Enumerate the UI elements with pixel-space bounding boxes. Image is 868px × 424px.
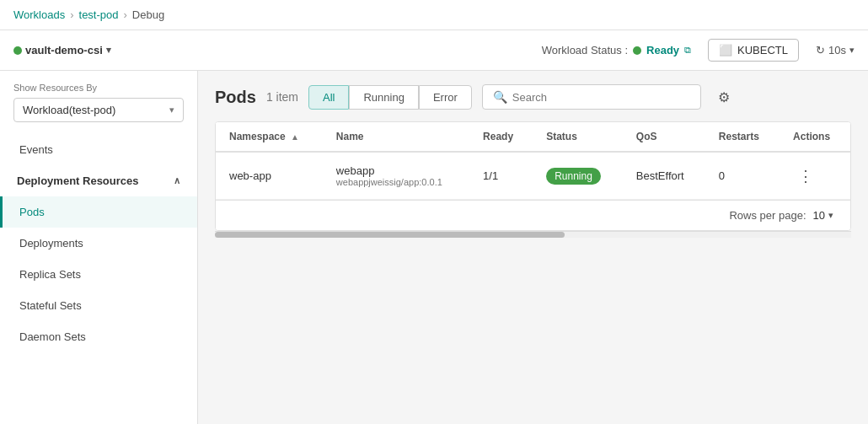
refresh-icon: ↻ bbox=[816, 44, 825, 56]
sidebar-item-daemon-sets-label: Daemon Sets bbox=[19, 330, 86, 343]
main-content: Pods 1 item All Running Error 🔍 ⚙ bbox=[198, 71, 868, 424]
app-selector[interactable]: vault-demo-csi ▾ bbox=[13, 44, 111, 56]
sidebar-item-events[interactable]: Events bbox=[0, 134, 197, 165]
sidebar-section-chevron-icon: ∧ bbox=[174, 175, 180, 186]
filter-select-value: Workload(test-pod) bbox=[23, 104, 115, 116]
sidebar-item-events-label: Events bbox=[19, 143, 53, 156]
cell-namespace: web-app bbox=[216, 152, 323, 200]
topbar-right: Workload Status : Ready ⧉ ⬜ KUBECTL ↻ 10… bbox=[542, 39, 855, 62]
filter-select[interactable]: Workload(test-pod) ▾ bbox=[13, 98, 184, 122]
filter-tab-running[interactable]: Running bbox=[349, 85, 418, 110]
pods-table-body: web-app webapp webappjweissig/app:0.0.1 … bbox=[216, 152, 850, 200]
col-actions: Actions bbox=[780, 122, 850, 152]
sidebar-item-deployments-label: Deployments bbox=[19, 237, 83, 250]
cell-restarts: 0 bbox=[705, 152, 780, 200]
filter-label: Show Resources By bbox=[13, 83, 184, 93]
search-icon: 🔍 bbox=[493, 90, 507, 104]
workload-status-label: Workload Status : bbox=[542, 44, 628, 56]
filter-tab-all[interactable]: All bbox=[308, 85, 349, 110]
refresh-chevron-icon: ▾ bbox=[849, 45, 855, 56]
pagination-select[interactable]: 10 ▾ bbox=[813, 209, 833, 222]
cell-actions: ⋮ bbox=[780, 152, 850, 200]
pagination-value: 10 bbox=[813, 209, 825, 222]
breadcrumb-current: Debug bbox=[132, 8, 164, 21]
pods-table-wrapper: Namespace ▲ Name Ready Status bbox=[215, 121, 851, 231]
sidebar: Show Resources By Workload(test-pod) ▾ E… bbox=[0, 71, 198, 424]
filter-tab-error[interactable]: Error bbox=[419, 85, 472, 110]
namespace-sort-icon[interactable]: ▲ bbox=[291, 132, 299, 142]
sidebar-item-deployments[interactable]: Deployments bbox=[0, 228, 197, 259]
sidebar-filter: Show Resources By Workload(test-pod) ▾ bbox=[0, 71, 197, 134]
pods-table-header-row: Namespace ▲ Name Ready Status bbox=[216, 122, 850, 152]
pods-section: Pods 1 item All Running Error 🔍 ⚙ bbox=[198, 71, 868, 251]
pod-name-main: webapp bbox=[336, 164, 456, 177]
topbar: vault-demo-csi ▾ Workload Status : Ready… bbox=[0, 30, 868, 71]
col-ready: Ready bbox=[469, 122, 533, 152]
col-qos: QoS bbox=[623, 122, 705, 152]
refresh-interval: 10s bbox=[828, 44, 846, 56]
cell-name: webapp webappjweissig/app:0.0.1 bbox=[323, 152, 469, 200]
filter-select-chevron-icon: ▾ bbox=[169, 105, 174, 115]
pagination-chevron-icon: ▾ bbox=[828, 210, 833, 221]
sidebar-item-replica-sets[interactable]: Replica Sets bbox=[0, 259, 197, 290]
kubectl-label: KUBECTL bbox=[737, 44, 788, 56]
pods-count: 1 item bbox=[266, 90, 298, 104]
sidebar-item-stateful-sets[interactable]: Stateful Sets bbox=[0, 290, 197, 321]
sidebar-item-pods-label: Pods bbox=[19, 206, 45, 218]
scrollbar-thumb[interactable] bbox=[215, 232, 565, 238]
pods-table: Namespace ▲ Name Ready Status bbox=[216, 122, 850, 200]
workload-status-dot bbox=[633, 46, 641, 55]
breadcrumb: Workloads › test-pod › Debug bbox=[0, 0, 868, 30]
layout: Show Resources By Workload(test-pod) ▾ E… bbox=[0, 71, 868, 424]
pods-header: Pods 1 item All Running Error 🔍 ⚙ bbox=[215, 84, 851, 110]
sidebar-item-stateful-sets-label: Stateful Sets bbox=[19, 299, 82, 312]
filter-tabs: All Running Error bbox=[308, 85, 472, 110]
sidebar-section-deployment-resources[interactable]: Deployment Resources ∧ bbox=[0, 165, 197, 196]
cell-status: Running bbox=[533, 152, 623, 200]
breadcrumb-test-pod[interactable]: test-pod bbox=[79, 8, 119, 21]
search-input[interactable] bbox=[512, 91, 690, 104]
sidebar-item-daemon-sets[interactable]: Daemon Sets bbox=[0, 321, 197, 352]
app-name: vault-demo-csi bbox=[25, 44, 103, 56]
status-badge: Running bbox=[546, 168, 601, 185]
row-action-button[interactable]: ⋮ bbox=[793, 165, 818, 187]
settings-button[interactable]: ⚙ bbox=[711, 85, 737, 110]
cell-ready: 1/1 bbox=[469, 152, 533, 200]
col-namespace: Namespace ▲ bbox=[216, 122, 323, 152]
topbar-left: vault-demo-csi ▾ bbox=[13, 44, 111, 56]
external-link-icon[interactable]: ⧉ bbox=[684, 45, 691, 56]
pod-name-sub: webappjweissig/app:0.0.1 bbox=[336, 177, 456, 187]
breadcrumb-workloads[interactable]: Workloads bbox=[13, 8, 65, 21]
workload-status-value: Ready bbox=[646, 44, 679, 56]
terminal-icon: ⬜ bbox=[719, 44, 732, 56]
cell-qos: BestEffort bbox=[623, 152, 705, 200]
horizontal-scrollbar[interactable] bbox=[215, 231, 851, 238]
pods-table-head: Namespace ▲ Name Ready Status bbox=[216, 122, 850, 152]
sidebar-nav: Events Deployment Resources ∧ Pods Deplo… bbox=[0, 134, 197, 352]
workload-status: Workload Status : Ready ⧉ bbox=[542, 44, 691, 56]
pods-title: Pods bbox=[215, 88, 256, 107]
col-status: Status bbox=[533, 122, 623, 152]
pagination-label: Rows per page: bbox=[729, 209, 806, 222]
app-selector-chevron: ▾ bbox=[106, 45, 111, 56]
sidebar-item-pods[interactable]: Pods bbox=[0, 196, 197, 228]
refresh-control[interactable]: ↻ 10s ▾ bbox=[816, 44, 855, 56]
kubectl-button[interactable]: ⬜ KUBECTL bbox=[708, 39, 799, 62]
pagination: Rows per page: 10 ▾ bbox=[216, 200, 850, 230]
col-name[interactable]: Name bbox=[323, 122, 469, 152]
app-status-dot bbox=[13, 46, 22, 55]
col-restarts: Restarts bbox=[705, 122, 780, 152]
search-box: 🔍 bbox=[482, 84, 701, 110]
sidebar-section-label: Deployment Resources bbox=[17, 174, 139, 187]
table-row: web-app webapp webappjweissig/app:0.0.1 … bbox=[216, 152, 850, 200]
sidebar-item-replica-sets-label: Replica Sets bbox=[19, 268, 81, 281]
